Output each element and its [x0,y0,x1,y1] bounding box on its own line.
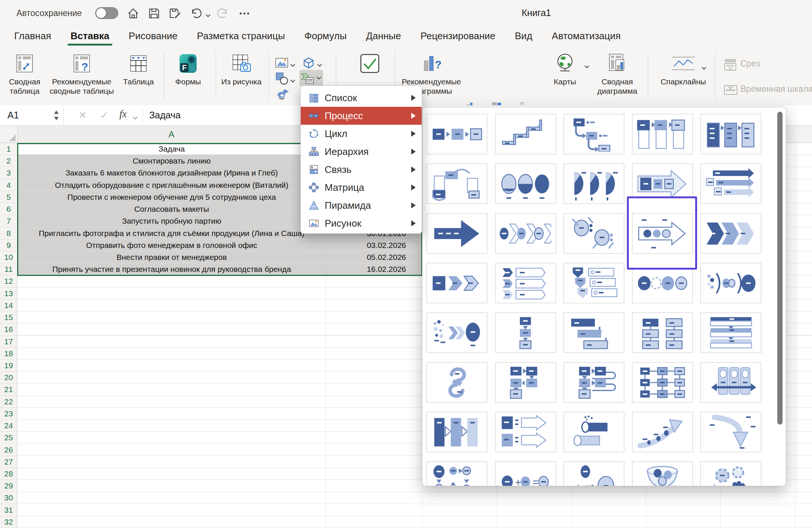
row-header-1[interactable]: 1 [0,143,18,155]
undo-icon[interactable] [189,6,203,21]
layout-half-circle-process[interactable] [563,164,624,204]
tab-4[interactable]: Разметка страницы [187,26,295,47]
row-header-5[interactable]: 5 [0,191,18,203]
menu-item-cycle[interactable]: Цикл [301,125,422,143]
row-header-8[interactable]: 8 [0,227,18,239]
row-header-19[interactable]: 19 [0,360,18,372]
cancel-icon[interactable]: ✕ [76,109,89,122]
table-button[interactable]: Таблица [118,51,159,86]
menu-item-list[interactable]: Список [301,89,422,107]
pivot-chart-button[interactable]: Сводная диаграмма [594,51,640,96]
undo-chevron-icon[interactable] [206,12,210,19]
row-header-7[interactable]: 7 [0,215,18,227]
row-header-14[interactable]: 14 [0,299,18,311]
tab-5[interactable]: Формулы [295,26,356,47]
row-header-6[interactable]: 6 [0,203,18,215]
row-header-18[interactable]: 18 [0,348,18,360]
row-header-16[interactable]: 16 [0,323,18,335]
layout-basic-process[interactable] [427,114,487,154]
layout-pipeline-process[interactable] [563,412,624,452]
pictures-icon[interactable] [275,56,290,71]
cell-A3[interactable]: Заказать 6 макетов блокнотов дизайнерам … [18,167,326,179]
layout-circle-accent-ovals[interactable] [495,164,556,204]
row-header-21[interactable]: 21 [0,383,18,395]
tab-1[interactable]: Главная [4,26,61,47]
home-icon[interactable] [126,6,140,21]
layout-vertical-arrow-process[interactable] [495,313,556,353]
menu-item-hierarchy[interactable]: Иерархия [301,143,422,161]
menu-item-relationship[interactable]: Связь [301,161,422,178]
pivot-table-button[interactable]: Сводная таблица [3,51,46,96]
row-header-3[interactable]: 3 [0,167,18,179]
cell-A4[interactable]: Отладить оборудование с приглашённым инж… [18,179,326,191]
layout-repeating-snake-process[interactable] [495,362,556,403]
row-header-4[interactable]: 4 [0,179,18,191]
insert-function-icon[interactable]: fx [119,108,127,120]
select-all-corner[interactable] [0,126,18,143]
layout-circle-arrow-process[interactable] [632,213,693,254]
layout-vertical-process-list[interactable] [700,114,761,154]
cell-A8[interactable]: Пригласить фотографа и стилиста для съём… [18,227,326,239]
row-header-17[interactable]: 17 [0,336,18,348]
layout-equation-process[interactable]: += [495,462,556,486]
layout-alternating-circles[interactable] [563,213,624,254]
row-header-12[interactable]: 12 [0,275,18,287]
tab-9[interactable]: Автоматизация [542,26,631,47]
checkbox-button[interactable] [349,51,390,76]
layout-funnel[interactable] [632,462,693,486]
row-header-28[interactable]: 28 [0,468,18,480]
layout-descending-chevron-list[interactable] [563,263,624,303]
cell-B11[interactable]: 16.02.2026 [326,263,422,275]
tab-3[interactable]: Рисование [119,26,187,47]
from-picture-button[interactable]: Из рисунка [221,51,262,86]
tab-6[interactable]: Данные [356,26,411,47]
shapes-icon[interactable] [275,71,290,86]
row-header-26[interactable]: 26 [0,444,18,456]
layout-alternating-flow[interactable] [427,164,487,204]
name-box-stepper[interactable] [53,109,59,122]
3d-models-icon[interactable] [302,56,316,71]
pictures-chevron-icon[interactable] [290,62,295,68]
row-header-9[interactable]: 9 [0,239,18,251]
layout-ascending-arrow[interactable] [632,412,693,452]
row-header-11[interactable]: 11 [0,263,18,275]
formula-input[interactable]: Задача [149,110,181,121]
layout-funnel-chevrons[interactable] [427,313,487,353]
layout-staggered-process[interactable] [563,313,624,353]
layout-circle-process[interactable] [495,213,556,254]
cell-A2[interactable]: Смонтировать линию [18,155,326,167]
smartart-button[interactable] [299,70,323,86]
row-header-10[interactable]: 10 [0,251,18,263]
row-header-13[interactable]: 13 [0,288,18,299]
layout-snake-flow-connectors[interactable] [563,362,624,403]
layout-upward-arrow[interactable] [427,213,487,254]
layout-grid-flow[interactable] [632,362,693,403]
layout-vertical-bending-process[interactable] [563,114,624,154]
save-as-icon[interactable] [168,6,182,21]
row-header-31[interactable]: 31 [0,504,18,516]
layout-step-up-process[interactable] [495,114,556,154]
tab-7[interactable]: Рецензирование [411,26,505,47]
3d-models-chevron-icon[interactable] [317,62,322,68]
cell-A11[interactable]: Принять участие в презентации новинок дл… [18,263,326,275]
layout-plus-arrow-result[interactable]: + [563,462,624,486]
menu-item-matrix[interactable]: Матрица [301,178,422,196]
layout-gear-process[interactable] [700,462,761,486]
menu-item-process[interactable]: Процесс [301,107,422,125]
layout-increasing-arrows[interactable] [700,164,761,204]
row-header-24[interactable]: 24 [0,420,18,432]
row-header-30[interactable]: 30 [0,492,18,504]
forms-button[interactable]: F Формы [169,51,207,86]
column-header-a[interactable]: A [18,126,326,143]
layout-banded-process[interactable] [700,313,761,353]
menu-item-picture[interactable]: Рисунок [301,214,422,232]
cell-A6[interactable]: Согласовать макеты [18,203,326,215]
fx-chevron-icon[interactable] [133,114,138,121]
layout-phased-panels[interactable] [700,362,761,403]
menu-item-pyramid[interactable]: Пирамида [301,196,422,214]
layout-converging-text[interactable] [700,263,761,303]
row-header-2[interactable]: 2 [0,155,18,167]
sparklines-chevron-icon[interactable] [702,65,706,71]
maps-button[interactable]: Карты [546,51,584,86]
layout-interconnected-bars[interactable] [427,412,487,452]
